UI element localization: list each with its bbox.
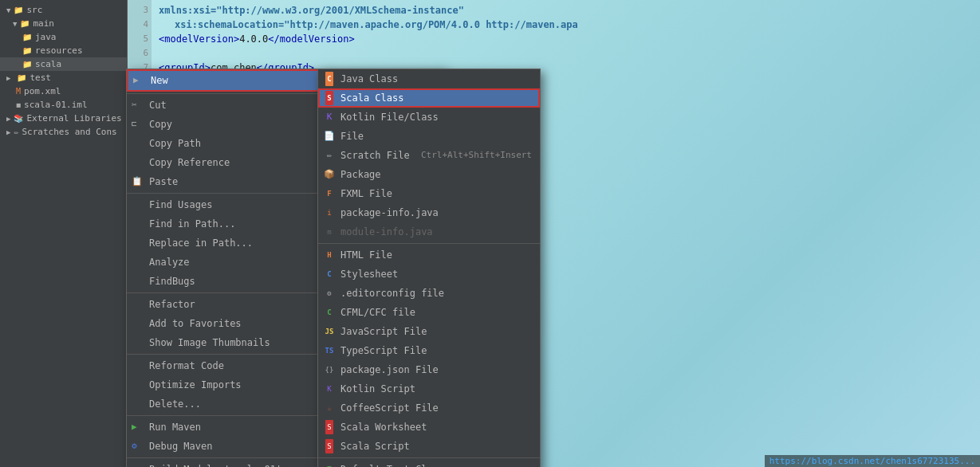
json-icon: {} [321,363,337,376]
sidebar-item-java[interactable]: 📁 java [0,30,127,44]
java-class-icon: C [321,73,337,85]
iml-file-icon: ◼ [16,100,21,109]
folder-icon: 📁 [22,46,32,55]
paste-icon: 📋 [132,175,143,189]
shortcut-scratch: Ctrl+Alt+Shift+Insert [421,148,532,163]
url-text: https://blog.csdn.net/chen1s67723135... [769,456,975,466]
sidebar-item-external-libraries[interactable]: ▶ 📚 External Libraries [0,112,127,125]
menu-item-label: Cut [149,98,167,112]
submenu-item-label: Stylesheet [340,267,398,281]
submenu-item-label: package-info.java [340,206,439,220]
package-icon: 📦 [321,168,337,181]
module-info-icon: m [321,226,337,238]
menu-item-label: Optimize Imports [149,378,242,392]
submenu-item-ts[interactable]: TS TypeScript File [318,341,540,360]
submenu-item-label: File [340,129,364,143]
scratches-icon: ✏ [14,128,18,136]
folder-icon: 📁 [14,6,23,14]
menu-item-label: Run Maven [149,420,201,434]
sidebar-item-label: Scratches and Cons [22,127,116,137]
submenu-item-label: HTML File [340,248,392,262]
menu-item-label: New [151,73,168,88]
submenu-item-label: TypeScript File [340,343,427,358]
submenu-item-package-info[interactable]: i package-info.java [318,203,540,222]
scratch-icon: ✏ [321,149,337,162]
sidebar-item-pom[interactable]: M pom.xml [0,84,127,98]
submenu-item-java-class[interactable]: C Java Class [318,69,540,88]
sidebar-item-label: java [35,32,57,42]
run-icon: ▶ [132,420,137,434]
submenu-item-kotlin-file[interactable]: K Kotlin File/Class [318,108,540,127]
menu-item-label: Analyze [149,255,190,269]
sidebar-item-resources[interactable]: 📁 resources [0,44,127,57]
sidebar-item-label: src [26,5,42,15]
cfml-icon: C [321,306,337,319]
submenu-item-label: Kotlin File/Class [340,110,439,124]
css-icon: C [321,268,337,281]
submenu-item-package[interactable]: 📦 Package [318,165,540,184]
folder-icon: 📁 [17,73,26,82]
submenu-item-package-json[interactable]: {} package.json File [318,360,540,379]
menu-item-label: Paste [149,175,178,189]
code-attr2: xsi:schemaLocation="http://maven.apache.… [159,19,578,30]
folder-icon: 📁 [20,19,30,28]
submenu-item-label: FXML File [340,186,392,201]
submenu-item-label: Scratch File [340,148,410,163]
sidebar-item-scala[interactable]: 📁 scala [0,57,127,71]
expand-arrow: ▼ [6,6,10,14]
menu-item-label: Build Module 'scala-01' [149,462,281,467]
submenu-item-js[interactable]: JS JavaScript File [318,322,540,341]
submenu-item-file[interactable]: 📄 File [318,127,540,146]
project-sidebar: ▼ 📁 src ▼ 📁 main 📁 java 📁 resources 📁 sc… [0,0,128,467]
submenu-item-label: Scala Worksheet [340,420,427,434]
submenu-item-cfml[interactable]: C CFML/CFC file [318,303,540,322]
sidebar-item-label: scala-01.iml [24,100,87,110]
submenu-item-html[interactable]: H HTML File [318,245,540,265]
submenu-item-kotlin-script[interactable]: K Kotlin Script [318,379,540,398]
sidebar-item-label: main [33,18,54,29]
expand-arrow: ▶ [6,74,10,82]
menu-item-label: Show Image Thumbnails [149,336,270,350]
submenu-item-scala-script[interactable]: S Scala Script [318,437,540,456]
sidebar-item-iml[interactable]: ◼ scala-01.iml [0,98,127,112]
scala-worksheet-icon: S [321,421,337,434]
sidebar-item-test[interactable]: ▶ 📁 test [0,71,127,84]
submenu-item-stylesheet[interactable]: C Stylesheet [318,265,540,284]
sidebar-item-src[interactable]: ▼ 📁 src [0,3,127,17]
submenu-item-editorconfig[interactable]: ⚙ .editorconfig file [318,284,540,303]
submenu-item-scala-worksheet[interactable]: S Scala Worksheet [318,418,540,437]
expand-arrow: ▶ [6,128,10,136]
kotlin-script-icon: K [321,383,337,395]
menu-item-label: Replace in Path... [149,236,253,250]
new-icon: ▶ [133,73,139,88]
submenu-item-label: Scala Script [340,439,410,453]
submenu-separator [318,243,540,244]
js-icon: JS [321,325,337,338]
expand-arrow: ▶ [6,115,10,123]
menu-item-label: Add to Favorites [149,316,242,331]
scala-script-icon: S [321,440,337,453]
submenu-item-label: JavaScript File [340,324,427,339]
cut-icon: ✂ [132,98,137,112]
submenu-item-module-info[interactable]: m module-info.java [318,222,540,241]
submenu-item-fxml[interactable]: F FXML File [318,184,540,203]
sidebar-item-label: test [30,73,51,83]
code-attr: xmlns:xsi="http://www.w3.org/2001/XMLSch… [159,5,464,16]
submenu-item-scratch-file[interactable]: ✏ Scratch File Ctrl+Alt+Shift+Insert [318,146,540,165]
menu-item-label: Copy Path [149,136,201,151]
submenu-item-coffeescript[interactable]: ☕ CoffeeScript File [318,398,540,418]
sidebar-item-scratches[interactable]: ▶ ✏ Scratches and Cons [0,125,127,139]
library-icon: 📚 [14,114,23,123]
folder-icon: 📁 [22,60,32,69]
menu-item-label: Find Usages [149,198,212,212]
submenu-item-label: package.json File [340,363,439,377]
submenu-item-scala-class[interactable]: S Scala Class [318,88,540,108]
xml-file-icon: M [16,87,21,96]
sidebar-item-main[interactable]: ▼ 📁 main [0,17,127,30]
submenu-item-label: CoffeeScript File [340,401,439,415]
submenu-item-label: module-info.java [340,225,433,239]
sidebar-item-label: resources [35,45,83,56]
submenu-item-default-test-class[interactable]: T Default Test Class [318,460,540,467]
expand-arrow: ▼ [13,20,17,28]
menu-item-label: Find in Path... [149,217,235,231]
